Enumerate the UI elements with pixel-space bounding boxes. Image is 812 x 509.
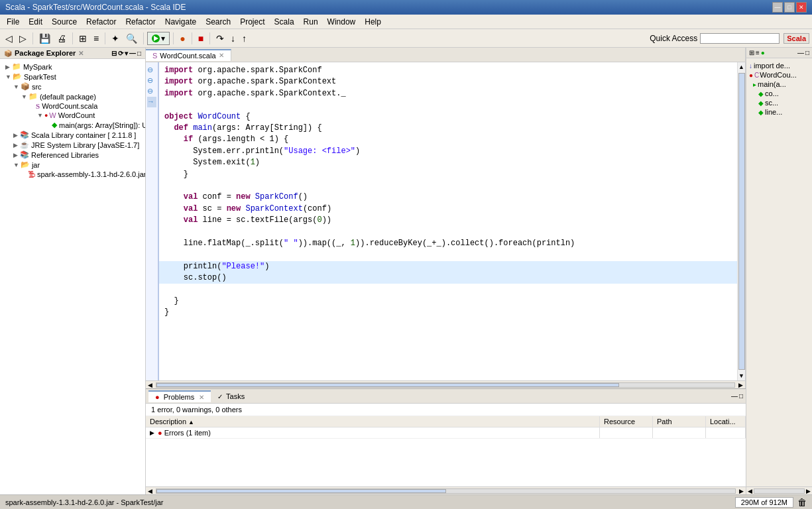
right-panel-controls: ⊞ ≡ ● [749,49,765,56]
scrollbar-up[interactable]: ▲ [737,62,745,72]
tree-item[interactable]: 🗜spark-assembly-1.3.1-hd-2.6.0.jar [0,170,145,179]
prob-scroll-right[interactable]: ▶ [737,488,746,494]
editor-content[interactable]: ⊖ ⊖⊖ → import org.apache.spark.SparkConf… [146,62,745,380]
right-item-wordcount[interactable]: ● C WordCou... [748,70,811,80]
menu-item-scala[interactable]: Scala [270,16,298,28]
editor-hscroll[interactable]: ◀ ▶ [146,380,745,388]
tree-item[interactable]: ◆main(args: Array[String]): Unit [0,120,145,130]
window-title: Scala - SparkTest/src/WordCount.scala - … [5,3,186,12]
collapse-all-button[interactable]: ⊟ [111,50,117,57]
menu-item-source[interactable]: Source [48,16,81,28]
rp-max[interactable]: □ [805,49,809,56]
close-button[interactable]: ✕ [796,2,807,13]
rp-btn1[interactable]: ⊞ [749,49,754,56]
menu-item-run[interactable]: Run [300,16,322,28]
menu-item-refactor[interactable]: Refactor [121,16,159,28]
tree-item[interactable]: ▼📁(default package) [0,91,145,101]
rp-btn2[interactable]: ≡ [756,49,760,56]
hscroll-left[interactable]: ◀ [146,382,154,388]
rp-scroll-left[interactable]: ◀ [746,488,754,494]
run-button[interactable]: ▾ [147,32,170,45]
menu-item-navigate[interactable]: Navigate [161,16,200,28]
print-button[interactable]: 🖨 [54,32,69,45]
minimize-button[interactable]: — [772,2,783,13]
tab-close-icon[interactable]: ✕ [219,52,224,59]
scrollbar-down[interactable]: ▼ [737,371,745,380]
problems-tab-close[interactable]: ✕ [199,394,204,401]
grid-button[interactable]: ⊞ [76,32,89,45]
tree-icon: S [36,102,40,110]
menu-item-project[interactable]: Project [236,16,268,28]
tree-label: src [32,83,42,91]
tree-item[interactable]: ▼📂jar [0,160,145,170]
menu-item-window[interactable]: Window [323,16,360,28]
problems-min[interactable]: — [731,392,738,400]
errors-row[interactable]: ▶ ● Errors (1 item) [146,427,746,439]
tree-label: MySpark [23,63,52,71]
tree-item[interactable]: ▶📚Scala Library container [ 2.11.8 ] [0,130,145,140]
back-button[interactable]: ◁ [3,32,15,45]
close-tab-icon[interactable]: ✕ [78,50,84,57]
quick-access-input[interactable] [700,33,780,44]
left-panel: 📦 Package Explorer ✕ ⊟ ⟳ ▾ — □ ▶📁MySpark… [0,48,146,494]
perspective-scala[interactable]: Scala [783,33,809,44]
maximize-button[interactable]: □ [784,2,795,13]
step-out[interactable]: ↑ [239,32,249,45]
tree-item[interactable]: ▼📦src [0,82,145,91]
tree-item[interactable]: SWordCount.scala [0,101,145,111]
package-explorer-title: Package Explorer [15,49,76,57]
editor-tab-wordcount[interactable]: S WordCount.scala ✕ [146,49,231,61]
tree-item[interactable]: ▼📂SparkTest [0,72,145,82]
problems-rows: ▶ ● Errors (1 item) [146,427,746,486]
panel-menu-button[interactable]: ▾ [125,50,128,57]
tree-item[interactable]: ▶📁MySpark [0,62,145,72]
main-layout: 📦 Package Explorer ✕ ⊟ ⟳ ▾ — □ ▶📁MySpark… [0,48,812,494]
menu-item-help[interactable]: Help [361,16,385,28]
right-item-co[interactable]: ◆ co... [748,89,811,98]
step-over[interactable]: ↷ [213,32,227,45]
class-icon: C [754,72,759,79]
co-label: co... [765,89,779,97]
gc-button[interactable]: 🗑 [797,497,807,508]
field-icon-2: ◆ [758,99,764,107]
search-button[interactable]: 🔍 [123,32,140,45]
tab-problems[interactable]: ● Problems ✕ [148,390,211,402]
sort-icon[interactable]: ▲ [188,419,194,425]
tab-tasks[interactable]: ✓ Tasks [211,391,251,402]
expand-icon[interactable]: ▶ [150,429,154,436]
run-dropdown[interactable]: ▾ [161,34,165,43]
right-item-line[interactable]: ◆ line... [748,107,811,117]
new-button[interactable]: ✦ [109,32,122,45]
menu-item-refactor[interactable]: Refactor [82,16,120,28]
right-item-sc[interactable]: ◆ sc... [748,98,811,107]
max-panel-button[interactable]: □ [137,50,141,57]
problems-error-icon: ● [155,393,160,401]
min-panel-button[interactable]: — [129,50,136,57]
sync-button[interactable]: ⟳ [118,50,123,57]
menu-item-edit[interactable]: Edit [25,16,46,28]
fwd-button[interactable]: ▷ [17,32,29,45]
tree-item[interactable]: ▼●WWordCount [0,111,145,120]
problems-max[interactable]: □ [739,392,743,400]
right-item-main[interactable]: ▸ main(a... [748,80,811,89]
list-button[interactable]: ≡ [91,32,101,45]
right-hscroll[interactable]: ◀ ▶ [746,486,812,494]
code-editor[interactable]: import org.apache.spark.SparkConf import… [159,62,737,380]
tree-item[interactable]: ▶☕JRE System Library [JavaSE-1.7] [0,140,145,150]
problems-hscroll[interactable]: ◀ ▶ [146,486,746,494]
tree-item[interactable]: ▶📚Referenced Libraries [0,150,145,160]
rp-min[interactable]: — [797,49,804,56]
step-into[interactable]: ↓ [228,32,238,45]
debug-button[interactable]: ● [177,32,188,45]
right-item-import[interactable]: ↓ import de... [748,61,811,70]
menu-item-file[interactable]: File [3,16,23,28]
tree-label: Scala Library container [ 2.11.8 ] [31,131,136,139]
right-panel-header: ⊞ ≡ ● — □ [746,48,812,58]
prob-scroll-left[interactable]: ◀ [146,488,154,494]
stop-button[interactable]: ■ [196,32,206,45]
hscroll-right[interactable]: ▶ [736,382,745,388]
col-description: Description ▲ [146,416,600,427]
rp-scroll-right[interactable]: ▶ [805,488,812,494]
menu-item-search[interactable]: Search [202,16,235,28]
save-button[interactable]: 💾 [36,32,53,45]
